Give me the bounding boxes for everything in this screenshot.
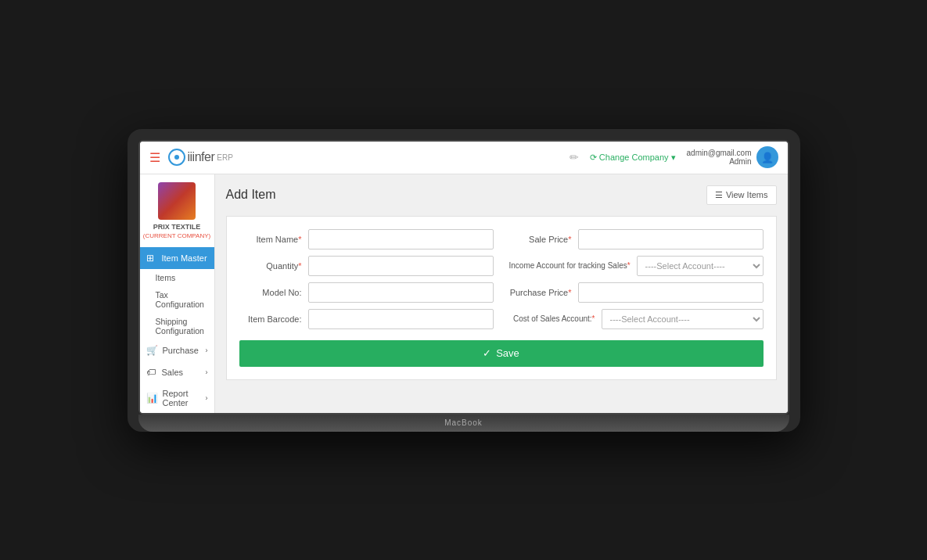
- dropdown-arrow-icon: ▾: [671, 153, 676, 163]
- item-name-input[interactable]: [308, 229, 494, 249]
- change-company-label: Change Company: [599, 153, 669, 162]
- item-barcode-label: Item Barcode:: [239, 314, 302, 324]
- sidebar-subitem-shipping-configuration[interactable]: Shipping Configuration: [140, 313, 214, 339]
- item-name-label: Item Name: [239, 235, 302, 244]
- company-logo: [158, 182, 196, 220]
- sidebar-menu: ⊞ Item Master Items Tax Configuration Sh…: [140, 247, 214, 413]
- pencil-icon[interactable]: ✏: [569, 151, 579, 163]
- model-no-row: Model No:: [239, 282, 494, 303]
- company-name: PRIX TEXTILE: [153, 223, 201, 231]
- topnav-left: ☰ iiinfer ERP: [149, 149, 233, 166]
- view-items-button[interactable]: ☰ View Items: [706, 185, 777, 205]
- view-items-icon: ☰: [715, 190, 723, 200]
- logo-text: iiinfer: [188, 150, 215, 164]
- laptop-brand-label: MacBook: [444, 418, 483, 427]
- sidebar-item-sales[interactable]: 🏷 Sales ›: [140, 361, 214, 383]
- laptop-base: MacBook: [138, 415, 789, 432]
- sidebar-item-item-master[interactable]: ⊞ Item Master: [140, 247, 214, 269]
- form-grid: Item Name Quantity Model: [239, 229, 764, 329]
- report-center-arrow-icon: ›: [206, 394, 208, 402]
- income-account-select[interactable]: ----Select Account----: [637, 256, 764, 276]
- user-text-block: admin@gmail.com Admin: [687, 149, 752, 166]
- purchase-price-label: Purchase Price: [509, 288, 572, 297]
- sidebar-subitem-items[interactable]: Items: [140, 269, 214, 286]
- sidebar-item-report-center-label: Report Center: [163, 389, 206, 407]
- save-button[interactable]: ✓ Save: [239, 340, 764, 367]
- cost-of-sales-label: Cost of Sales Account:: [509, 314, 595, 323]
- income-account-row: Income Account for tracking Sales ----Se…: [509, 256, 764, 276]
- sale-price-label: Sale Price: [509, 235, 572, 244]
- quantity-label: Quantity: [239, 261, 302, 271]
- quantity-row: Quantity: [239, 256, 494, 276]
- user-info: admin@gmail.com Admin 👤: [687, 146, 778, 168]
- main-content: Add Item ☰ View Items Item N: [215, 174, 788, 413]
- top-navigation: ☰ iiinfer ERP ✏ ⟳ Change Company ▾: [140, 142, 788, 174]
- company-current-label: (CURRENT COMPANY): [143, 232, 210, 239]
- sidebar-item-purchase[interactable]: 🛒 Purchase ›: [140, 339, 214, 361]
- topnav-right: ✏ ⟳ Change Company ▾ admin@gmail.com Adm…: [569, 146, 778, 168]
- model-no-input[interactable]: [308, 282, 494, 303]
- sidebar-submenu-item-master: Items Tax Configuration Shipping Configu…: [140, 269, 214, 339]
- sales-arrow-icon: ›: [206, 368, 208, 376]
- sidebar-item-master-label: Item Master: [162, 253, 208, 263]
- sidebar-item-report-center[interactable]: 📊 Report Center ›: [140, 383, 214, 413]
- item-barcode-row: Item Barcode:: [239, 309, 494, 329]
- form-right-column: Sale Price Income Account for tracking S…: [509, 229, 764, 329]
- main-layout: PRIX TEXTILE (CURRENT COMPANY) ⊞ Item Ma…: [140, 174, 788, 413]
- sales-icon: 🏷: [146, 367, 157, 378]
- user-email: admin@gmail.com: [687, 149, 752, 157]
- page-header: Add Item ☰ View Items: [226, 185, 777, 205]
- sidebar-item-sales-label: Sales: [162, 368, 206, 377]
- purchase-arrow-icon: ›: [206, 346, 208, 354]
- sidebar-subitem-tax-configuration[interactable]: Tax Configuration: [140, 286, 214, 313]
- sidebar-item-purchase-label: Purchase: [163, 346, 206, 355]
- user-role: Admin: [687, 157, 752, 166]
- item-master-icon: ⊞: [146, 253, 157, 264]
- avatar[interactable]: 👤: [756, 146, 778, 168]
- cost-of-sales-select[interactable]: ----Select Account----: [602, 309, 764, 329]
- sale-price-row: Sale Price: [509, 229, 764, 249]
- item-name-row: Item Name: [239, 229, 494, 249]
- save-label: Save: [496, 347, 519, 359]
- purchase-icon: 🛒: [146, 345, 158, 356]
- purchase-price-input[interactable]: [578, 282, 764, 303]
- menu-toggle-icon[interactable]: ☰: [149, 150, 160, 165]
- company-logo-image: [158, 182, 196, 220]
- income-account-label: Income Account for tracking Sales: [509, 260, 631, 271]
- form-left-column: Item Name Quantity Model: [239, 229, 494, 329]
- purchase-price-row: Purchase Price: [509, 282, 764, 303]
- model-no-label: Model No:: [239, 288, 302, 297]
- logo-circle-icon: [168, 149, 185, 166]
- sidebar: PRIX TEXTILE (CURRENT COMPANY) ⊞ Item Ma…: [140, 174, 215, 413]
- cost-of-sales-row: Cost of Sales Account: ----Select Accoun…: [509, 309, 764, 329]
- sale-price-input[interactable]: [578, 229, 764, 249]
- page-title: Add Item: [226, 188, 276, 202]
- item-barcode-input[interactable]: [308, 309, 494, 329]
- report-center-icon: 📊: [146, 393, 158, 404]
- app-logo: iiinfer ERP: [168, 149, 233, 166]
- refresh-icon: ⟳: [590, 153, 597, 163]
- view-items-label: View Items: [726, 190, 768, 199]
- save-checkmark-icon: ✓: [483, 347, 491, 359]
- quantity-input[interactable]: [308, 256, 494, 276]
- logo-erp-text: ERP: [217, 153, 233, 162]
- change-company-button[interactable]: ⟳ Change Company ▾: [590, 153, 676, 163]
- add-item-form: Item Name Quantity Model: [226, 216, 777, 380]
